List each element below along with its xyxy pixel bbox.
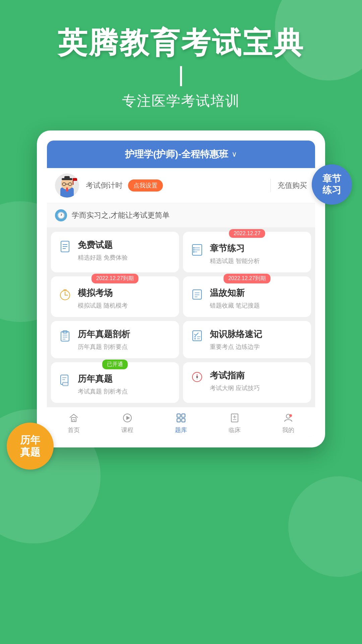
device-screen: 护理学(护师)-全程特惠班 ∨ <box>47 141 315 437</box>
note-icon <box>190 287 204 302</box>
exam-guide-card[interactable]: 考试指南 考试大纲 应试技巧 <box>183 362 311 403</box>
nav-mine-label: 我的 <box>282 426 294 434</box>
past-real-desc: 考试真题 剖析考点 <box>78 387 172 395</box>
user-bar: 考试倒计时 点我设置 充值购买 <box>47 168 315 203</box>
svg-rect-26 <box>193 290 201 299</box>
chapter-practice-card[interactable]: 2022.12.27 <box>183 232 311 272</box>
nav-mine[interactable]: 我的 <box>275 412 302 434</box>
course-title: 护理学(护师)-全程特惠班 <box>125 148 228 161</box>
quote-text: 学而实习之,才能让考试更简单 <box>72 210 170 220</box>
past-real-badge: 已开通 <box>102 360 128 369</box>
countdown-section: 考试倒计时 点我设置 <box>86 179 264 192</box>
review-desc: 错题收藏 笔记搜题 <box>210 302 304 310</box>
clipboard-icon <box>58 328 72 343</box>
chapter-practice-desc: 精选试题 智能分析 <box>210 257 304 265</box>
device-mockup: 护理学(护师)-全程特惠班 ∨ <box>37 130 325 447</box>
svg-point-39 <box>194 338 196 339</box>
svg-point-61 <box>289 414 292 417</box>
document-icon <box>58 239 72 254</box>
svg-rect-41 <box>63 382 68 386</box>
chapter-practice-badge[interactable]: 章节 练习 <box>312 164 352 205</box>
nav-questions-label: 题库 <box>175 426 187 434</box>
past-analysis-title: 历年真题剖析 <box>78 328 172 340</box>
header-divider <box>180 66 182 86</box>
mock-exam-card[interactable]: 2022.12.27到期 模拟考场 模拟试题 随 <box>51 276 179 317</box>
nav-questions[interactable]: 题库 <box>168 412 194 434</box>
nav-course-label: 课程 <box>121 426 133 434</box>
compass-icon <box>190 370 204 384</box>
knowledge-title: 知识脉络速记 <box>210 328 304 340</box>
vertical-divider <box>270 179 271 192</box>
svg-rect-35 <box>193 331 201 341</box>
free-questions-desc: 精选好题 免费体验 <box>78 254 172 262</box>
mock-badge: 2022.12.27到期 <box>92 274 138 283</box>
svg-marker-51 <box>126 416 130 420</box>
chapter-badge: 2022.12.27 <box>229 229 265 238</box>
home-icon <box>68 412 80 424</box>
avatar <box>55 173 79 198</box>
svg-point-21 <box>193 251 194 253</box>
free-questions-title: 免费试题 <box>78 239 172 251</box>
review-badge: 2022.12.27到期 <box>224 274 270 283</box>
person-icon <box>282 412 294 424</box>
review-card[interactable]: 2022.12.27到期 温故知新 错题收藏 笔 <box>183 276 311 317</box>
device-frame: 护理学(护师)-全程特惠班 ∨ <box>37 130 325 447</box>
past-analysis-card[interactable]: 历年真题剖析 历年真题 剖析要点 <box>51 321 179 358</box>
checklist-icon <box>190 328 204 343</box>
svg-rect-52 <box>177 414 180 417</box>
app-title: 英腾教育考试宝典 <box>0 27 362 59</box>
feature-grid: 免费试题 精选好题 免费体验 2022.12.27 <box>47 228 315 407</box>
exam-guide-title: 考试指南 <box>210 370 304 381</box>
app-subtitle: 专注医学考试培训 <box>0 92 362 110</box>
svg-rect-55 <box>182 419 185 422</box>
bg-decoration-bottom-right <box>288 476 362 577</box>
mock-exam-title: 模拟考场 <box>78 287 172 299</box>
chapter-practice-title: 章节练习 <box>210 243 304 254</box>
free-questions-card[interactable]: 免费试题 精选好题 免费体验 <box>51 232 179 272</box>
svg-point-19 <box>193 247 194 249</box>
app-screen-header[interactable]: 护理学(护师)-全程特惠班 ∨ <box>47 141 315 168</box>
knowledge-card[interactable]: 知识脉络速记 重要考点 边练边学 <box>183 321 311 358</box>
svg-point-20 <box>193 249 194 251</box>
play-icon <box>121 412 133 424</box>
grid-icon <box>175 412 187 424</box>
clock-card-icon <box>58 287 72 302</box>
svg-rect-8 <box>66 187 68 192</box>
nav-clinical-label: 临床 <box>229 426 241 434</box>
doc-image-icon <box>58 373 72 388</box>
bottom-navigation: 首页 课程 <box>47 407 315 437</box>
exam-guide-desc: 考试大纲 应试技巧 <box>210 384 304 392</box>
recharge-button[interactable]: 充值购买 <box>278 180 307 191</box>
countdown-set-button[interactable]: 点我设置 <box>128 179 163 192</box>
past-real-card[interactable]: 已开通 历年真题 考试真题 剖析考点 <box>51 362 179 403</box>
svg-rect-53 <box>182 414 185 417</box>
history-exam-badge[interactable]: 历年 真题 <box>7 423 54 470</box>
list-icon <box>190 243 204 257</box>
dropdown-arrow-icon[interactable]: ∨ <box>232 150 237 159</box>
header: 英腾教育考试宝典 专注医学考试培训 <box>0 0 362 110</box>
past-real-title: 历年真题 <box>78 373 172 385</box>
svg-point-47 <box>196 376 198 378</box>
svg-rect-3 <box>64 176 70 179</box>
clock-icon: 🕐 <box>55 209 67 221</box>
svg-rect-54 <box>177 419 180 422</box>
review-title: 温故知新 <box>210 287 304 299</box>
nav-home[interactable]: 首页 <box>60 412 87 434</box>
nav-clinical[interactable]: 临床 <box>221 412 248 434</box>
svg-rect-10 <box>73 178 77 181</box>
quote-bar: 🕐 学而实习之,才能让考试更简单 <box>47 203 315 228</box>
nav-home-label: 首页 <box>68 426 80 434</box>
nav-course[interactable]: 课程 <box>114 412 141 434</box>
past-analysis-desc: 历年真题 剖析要点 <box>78 343 172 351</box>
mock-exam-desc: 模拟试题 随机模考 <box>78 302 172 310</box>
countdown-label: 考试倒计时 <box>86 180 123 191</box>
svg-point-38 <box>194 336 196 337</box>
knowledge-desc: 重要考点 边练边学 <box>210 343 304 351</box>
medical-icon <box>229 412 241 424</box>
